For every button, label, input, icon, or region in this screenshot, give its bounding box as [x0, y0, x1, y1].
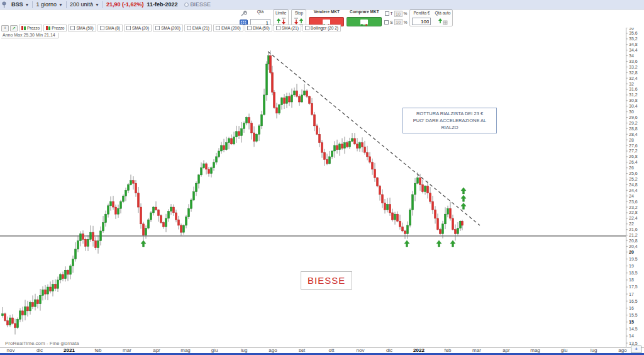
candle-body: [407, 225, 409, 234]
candle-body: [103, 223, 104, 231]
y-tick-label: 22: [629, 222, 634, 226]
y-tick-label: 14,5: [629, 327, 638, 331]
candle-body: [90, 232, 92, 239]
candle-body: [427, 186, 429, 193]
candle-body: [354, 138, 356, 144]
candle-body: [367, 152, 369, 157]
percent-label: %: [404, 11, 408, 16]
candle-body: [238, 132, 240, 136]
y-tick-label: 24,8: [629, 183, 638, 187]
candle-body: [32, 302, 34, 307]
candle-body: [455, 230, 457, 234]
y-tick-label: 35,6: [629, 31, 638, 35]
prorealtime-window: BSS ▼ 1 giorno ▼ 200 unità ▼ 21,90 (-1,6…: [0, 0, 644, 355]
buy-market-button[interactable]: [347, 17, 382, 26]
y-tick-label: 21,6: [629, 227, 638, 232]
qty-auto-icon[interactable]: [438, 18, 448, 25]
candlestick-chart-canvas[interactable]: 3635,635,234,834,43433,633,232,832,43231…: [0, 28, 644, 355]
candle-body: [311, 103, 313, 115]
y-tick-label: 24,4: [629, 188, 638, 193]
loss-input[interactable]: [412, 18, 431, 25]
chevron-down-icon: ▼: [58, 3, 63, 7]
x-tick-label: 2021: [64, 347, 75, 353]
candle-body: [369, 157, 371, 162]
candle-body: [359, 143, 361, 149]
y-tick-label: 22,8: [629, 210, 638, 215]
candle-body: [198, 175, 200, 183]
candle-body: [170, 207, 172, 211]
y-tick-label: 20,8: [629, 239, 638, 243]
x-tick-label: apr: [502, 347, 510, 353]
pin-icon[interactable]: [1, 1, 7, 8]
y-tick-label: 27,2: [629, 149, 638, 153]
buy-arrow-icon: [436, 240, 441, 247]
candle-body: [120, 201, 122, 208]
candle-body: [324, 152, 326, 159]
target-checkbox[interactable]: [385, 11, 389, 16]
candle-body: [419, 178, 421, 184]
candle-body: [334, 145, 336, 151]
symbol-label: BSS: [11, 1, 23, 8]
candle-body: [268, 56, 270, 64]
y-tick-label: 28: [629, 138, 634, 142]
timeframe-selector[interactable]: 1 giorno ▼: [33, 0, 65, 9]
candle-body: [266, 64, 268, 95]
units-selector[interactable]: 200 unità ▼: [67, 0, 103, 9]
qty-auto-label: Qtà auto: [435, 11, 450, 16]
candle-body: [40, 295, 42, 303]
candle-body: [404, 231, 406, 234]
candle-body: [115, 207, 117, 214]
candle-body: [241, 128, 243, 135]
trendline-dashed: [268, 52, 480, 225]
candle-body: [372, 162, 374, 169]
candle-body: [125, 190, 127, 196]
candle-body: [72, 259, 74, 266]
analyst-annotation[interactable]: ROTTURA RIALZISTA DEI 23 € PUO' DARE ACC…: [402, 108, 497, 133]
candle-body: [193, 192, 195, 200]
wrench-icon[interactable]: [240, 11, 247, 17]
candle-body: [357, 144, 358, 149]
candle-body: [382, 194, 384, 203]
limit-label: Limite: [275, 11, 286, 16]
x-tick-label: apr: [153, 347, 160, 353]
y-tick-label: 32: [629, 82, 634, 86]
axis-settings-button[interactable]: +: [631, 346, 641, 353]
candle-body: [218, 151, 220, 157]
x-tick-label: nov: [357, 347, 365, 353]
stoploss-value-input[interactable]: 10: [394, 19, 402, 25]
candle-body: [279, 104, 280, 113]
candle-body: [417, 178, 419, 183]
candle-body: [19, 311, 21, 319]
units-label: 200 unità: [70, 1, 93, 8]
candle-body: [113, 201, 114, 207]
timeframe-label: 1 giorno: [36, 1, 57, 8]
candle-body: [206, 164, 208, 169]
candle-body: [442, 224, 444, 234]
candle-body: [233, 137, 235, 144]
candle-body: [248, 118, 250, 123]
y-tick-label: 29,2: [629, 121, 638, 125]
candle-body: [326, 159, 328, 164]
symbol-selector[interactable]: BSS ▼: [8, 0, 32, 9]
risk-group: Perdita € Qtà auto: [409, 9, 453, 26]
candle-body: [85, 239, 87, 246]
candle-body: [246, 118, 248, 123]
y-tick-label: 24: [629, 194, 634, 198]
stoploss-label: S: [390, 20, 392, 25]
y-tick-label: 14: [629, 334, 634, 338]
limit-order-group: Limite: [273, 9, 289, 26]
candle-body: [253, 133, 255, 141]
stoploss-checkbox[interactable]: [384, 20, 389, 25]
candle-body: [336, 145, 338, 150]
y-tick-label: 31,2: [629, 93, 638, 97]
candle-body: [42, 290, 44, 295]
y-tick-label: 19: [629, 264, 634, 268]
candle-body: [95, 241, 97, 248]
candle-body: [50, 287, 52, 291]
target-value-input[interactable]: 10: [394, 11, 402, 17]
candle-body: [130, 181, 132, 185]
candle-body: [309, 96, 311, 103]
candle-body: [128, 184, 130, 190]
candle-body: [447, 208, 449, 214]
candle-body: [65, 270, 67, 278]
